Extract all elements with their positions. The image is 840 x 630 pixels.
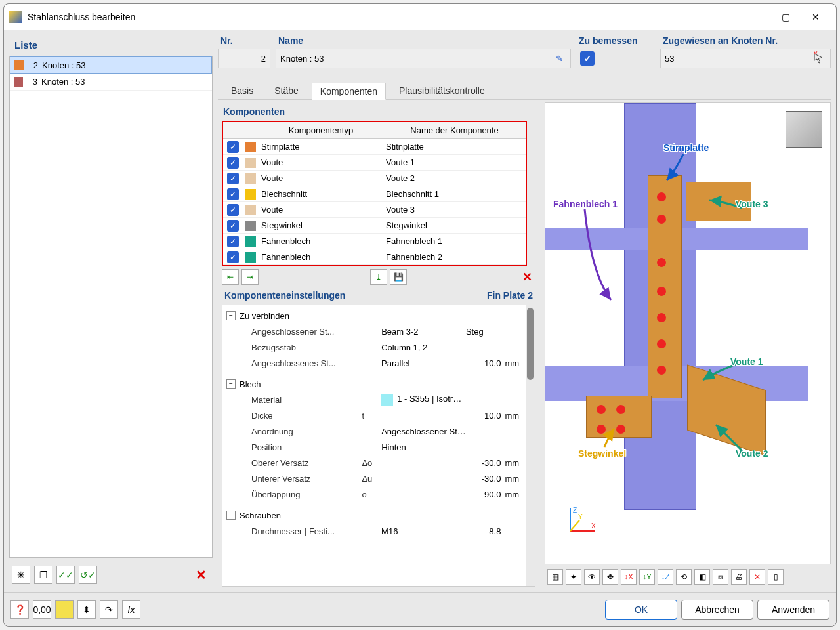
cancel-button[interactable]: Abbrechen (681, 600, 753, 620)
settings-row[interactable]: Bezugsstab Column 1, 2 (226, 339, 531, 355)
pick-node-icon[interactable]: ✕ (812, 51, 826, 66)
vt-move[interactable]: ✥ (602, 569, 618, 585)
settings-row[interactable]: Oberer Versatz Δo -30.0 mm (226, 455, 531, 471)
tab-komponenten[interactable]: Komponenten (312, 83, 386, 100)
component-checkbox[interactable]: ✓ (227, 157, 239, 169)
indent-right-button[interactable]: ⇥ (242, 269, 259, 285)
profiles-button[interactable]: ⬍ (77, 600, 96, 619)
copy-item-button[interactable]: ❐ (34, 566, 52, 584)
svg-text:Y: Y (578, 513, 583, 520)
settings-row[interactable]: Angeschlossenes St... Parallel 10.0 mm (226, 355, 531, 371)
settings-row[interactable]: Anordnung Angeschlossener Stab (226, 423, 531, 439)
liste-row[interactable]: 2 Knoten : 53 (10, 56, 212, 74)
units-button[interactable]: 0,00 (33, 600, 51, 619)
vt-x[interactable]: ↕X (621, 569, 637, 585)
component-checkbox[interactable]: ✓ (227, 251, 239, 263)
new-item-button[interactable]: ✳ (12, 566, 30, 584)
svg-line-4 (570, 520, 579, 531)
component-checkbox[interactable]: ✓ (227, 141, 239, 153)
bemessen-label: Zu bemessen (576, 35, 655, 46)
component-checkbox[interactable]: ✓ (227, 236, 239, 247)
tab-plausibilitätskontrolle[interactable]: Plausibilitätskontrolle (391, 83, 493, 99)
apply-button[interactable]: Anwenden (757, 600, 830, 620)
callout-label: Stirnplatte (663, 142, 709, 153)
settings-row[interactable]: Unterer Versatz Δu -30.0 mm (226, 471, 531, 486)
component-row[interactable]: ✓ Stirnplatte Stitnplatte (223, 139, 526, 155)
delete-item-button[interactable]: ✕ (192, 566, 210, 584)
ok-button[interactable]: OK (605, 600, 677, 620)
vt-new-view[interactable]: ▦ (547, 569, 563, 585)
settings-body[interactable]: −Zu verbindenAngeschlossener St... Beam … (222, 304, 536, 587)
load-button[interactable]: ↷ (100, 600, 118, 619)
component-checkbox[interactable]: ✓ (227, 204, 239, 216)
delete-component-button[interactable]: ✕ (518, 269, 536, 285)
settings-group[interactable]: −Blech (226, 376, 531, 392)
callout-label: Voute 3 (736, 199, 768, 209)
vt-panel[interactable]: ▯ (768, 569, 784, 585)
settings-group[interactable]: −Schrauben (226, 507, 531, 523)
minimize-button[interactable]: — (740, 7, 770, 28)
component-row[interactable]: ✓ Fahnenblech Fahnenblech 2 (223, 249, 526, 265)
settings-row[interactable]: Überlappung o 90.0 mm (226, 486, 531, 502)
titlebar: Stahlanschluss bearbeiten — ▢ ✕ (4, 4, 836, 30)
nr-label: Nr. (218, 35, 270, 46)
settings-row[interactable]: Dicke t 10.0 mm (226, 408, 531, 423)
import-button[interactable]: ⤓ (370, 269, 387, 285)
color-button[interactable] (55, 600, 74, 619)
col-type: Komponententyp (259, 125, 383, 135)
nav-cube[interactable] (786, 111, 822, 148)
vt-iso[interactable]: ⧈ (713, 569, 728, 585)
liste-row[interactable]: 3 Knoten : 53 (10, 74, 212, 91)
vt-axes[interactable]: ✦ (566, 569, 581, 585)
vt-eye[interactable]: 👁 (584, 569, 600, 585)
component-checkbox[interactable]: ✓ (227, 220, 239, 232)
edit-name-icon[interactable]: ✎ (552, 51, 566, 66)
component-row[interactable]: ✓ Voute Voute 2 (223, 171, 526, 186)
tab-basis[interactable]: Basis (223, 83, 261, 99)
maximize-button[interactable]: ▢ (770, 7, 801, 28)
settings-row[interactable]: Position Hinten (226, 439, 531, 455)
refresh-checks-button[interactable]: ↺✓ (79, 566, 97, 584)
axes-gizmo: X Z Y (565, 505, 598, 537)
component-row[interactable]: ✓ Stegwinkel Stegwinkel (223, 218, 526, 234)
settings-row[interactable]: Durchmesser | Festi... M16 8.8 (226, 523, 531, 539)
component-row[interactable]: ✓ Blechschnitt Blechschnitt 1 (223, 186, 526, 202)
vt-y[interactable]: ↕Y (639, 569, 655, 585)
name-input[interactable]: Knoten : 53 ✎ (276, 49, 571, 68)
close-button[interactable]: ✕ (801, 7, 831, 28)
vt-rotate[interactable]: ⟲ (676, 569, 692, 585)
callout-label: Fahnenblech 1 (553, 199, 618, 209)
app-icon (9, 11, 22, 23)
component-row[interactable]: ✓ Voute Voute 3 (223, 202, 526, 218)
svg-text:Z: Z (573, 507, 577, 514)
vt-clear[interactable]: ✕ (749, 569, 765, 585)
tabs: BasisStäbeKomponentenPlausibilitätskontr… (218, 80, 831, 100)
vt-print[interactable]: 🖨 (731, 569, 747, 585)
svg-text:X: X (591, 522, 596, 530)
fx-button[interactable]: fx (122, 600, 140, 619)
check-all-button[interactable]: ✓✓ (56, 566, 75, 584)
callout-label: Voute 1 (730, 356, 763, 367)
indent-left-button[interactable]: ⇤ (222, 269, 239, 285)
vt-z[interactable]: ↕Z (658, 569, 673, 585)
save-button[interactable]: 💾 (390, 269, 407, 285)
settings-row[interactable]: Material 1 - S355 | Isotrop | Linea... (226, 392, 531, 408)
tab-stäbe[interactable]: Stäbe (266, 83, 306, 99)
component-checkbox[interactable]: ✓ (227, 173, 239, 184)
settings-scrollbar[interactable] (526, 305, 535, 586)
vt-shade[interactable]: ◧ (694, 569, 710, 585)
settings-row[interactable]: Angeschlossener St... Beam 3-2 Steg (226, 324, 531, 339)
liste-header: Liste (9, 35, 213, 56)
liste-body[interactable]: 2 Knoten : 53 3 Knoten : 53 (9, 56, 213, 558)
callout-label: Stegwinkel (578, 448, 626, 459)
component-row[interactable]: ✓ Voute Voute 1 (223, 155, 526, 171)
assigned-label: Zugewiesen an Knoten Nr. (660, 35, 831, 46)
assigned-input[interactable]: 53 ✕ (660, 49, 831, 68)
3d-viewer[interactable]: StirnplatteFahnenblech 1Voute 3Voute 1Vo… (545, 102, 831, 564)
settings-group[interactable]: −Zu verbinden (226, 308, 531, 324)
nr-input[interactable]: 2 (218, 49, 270, 68)
bemessen-checkbox[interactable]: ✓ (580, 51, 595, 66)
component-checkbox[interactable]: ✓ (227, 188, 239, 200)
help-button[interactable]: ❓ (10, 600, 29, 619)
component-row[interactable]: ✓ Fahnenblech Fahnenblech 1 (223, 234, 526, 249)
